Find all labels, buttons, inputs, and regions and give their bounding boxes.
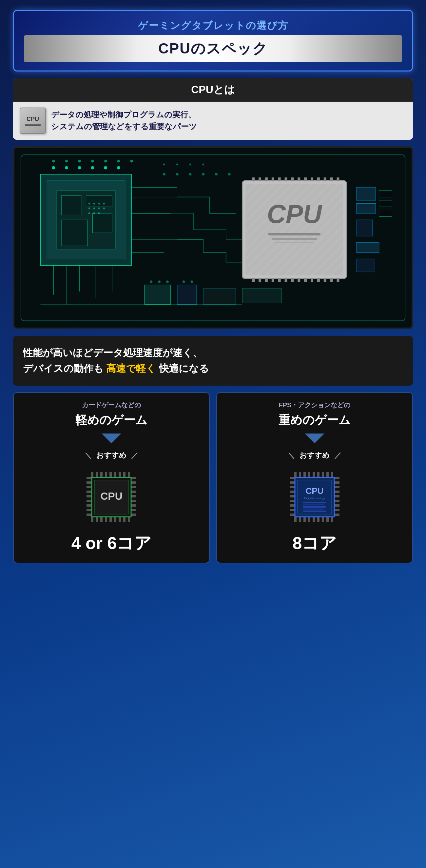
svg-point-93 [150, 280, 152, 283]
svg-rect-170 [290, 500, 295, 502]
svg-rect-168 [290, 491, 295, 493]
svg-rect-83 [356, 259, 374, 272]
svg-rect-113 [114, 472, 116, 477]
svg-rect-127 [87, 482, 92, 484]
svg-rect-139 [131, 495, 136, 497]
svg-rect-90 [242, 288, 281, 303]
svg-point-38 [78, 160, 81, 163]
svg-point-39 [91, 160, 94, 163]
svg-text:CPU: CPU [100, 490, 123, 502]
svg-rect-114 [119, 472, 121, 477]
svg-rect-80 [356, 204, 376, 214]
svg-rect-124 [123, 517, 126, 522]
svg-rect-81 [356, 220, 372, 236]
svg-rect-78 [337, 278, 339, 282]
recommend-badge-light: おすすめ [78, 448, 145, 462]
svg-rect-150 [308, 472, 310, 477]
svg-point-31 [65, 166, 68, 169]
svg-point-30 [52, 166, 55, 169]
svg-rect-160 [313, 517, 315, 522]
recommend-label-light: おすすめ [96, 451, 127, 459]
cpu-chip-small-icon: CPU [20, 107, 46, 134]
svg-rect-118 [96, 517, 98, 522]
svg-rect-137 [131, 486, 136, 488]
svg-rect-86 [379, 210, 392, 217]
svg-point-101 [202, 173, 204, 176]
svg-rect-75 [317, 278, 320, 282]
description-section: 性能が高いほどデータ処理速度が速く、デバイスの動作も 高速で軽く 快適になる [13, 336, 413, 385]
svg-rect-134 [87, 514, 92, 516]
card-heavy-title: 重めのゲーム [278, 412, 351, 428]
svg-point-10 [93, 203, 95, 205]
svg-rect-53 [265, 177, 268, 181]
svg-text:CPU: CPU [306, 486, 324, 496]
card-light-title: 軽めのゲーム [75, 412, 148, 428]
header-subtitle: ゲーミングタブレットの選び方 [24, 19, 402, 32]
svg-rect-61 [317, 177, 320, 181]
svg-rect-130 [87, 495, 92, 497]
svg-rect-138 [131, 491, 136, 493]
svg-point-16 [103, 208, 105, 210]
svg-point-36 [52, 160, 55, 163]
svg-rect-169 [290, 495, 295, 497]
svg-rect-55 [278, 177, 281, 181]
svg-rect-63 [330, 177, 333, 181]
svg-rect-60 [310, 177, 313, 181]
svg-rect-191 [303, 510, 326, 512]
down-arrow-light [102, 434, 121, 443]
svg-rect-163 [326, 517, 329, 522]
svg-rect-173 [290, 514, 295, 516]
svg-point-14 [93, 208, 95, 210]
cpu-what-section: CPUとは CPU データの処理や制御プログラムの実行、システムの管理などをする… [13, 78, 413, 140]
svg-point-104 [163, 163, 165, 165]
blue-cpu-svg: CPU Digital technology [285, 468, 344, 527]
svg-text:CPU: CPU [267, 199, 323, 228]
svg-rect-143 [131, 514, 136, 516]
svg-rect-84 [379, 190, 392, 197]
cpu-chip-icon-label: CPU [27, 116, 39, 123]
svg-rect-190 [303, 508, 323, 509]
svg-rect-69 [278, 278, 281, 282]
svg-point-9 [89, 203, 91, 205]
svg-rect-132 [87, 504, 92, 507]
svg-rect-151 [313, 472, 315, 477]
card-light-game: カードゲームなどの 軽めのゲーム おすすめ [13, 392, 210, 563]
header-title: CPUのスペック [30, 39, 396, 58]
svg-rect-73 [304, 278, 307, 282]
svg-rect-65 [252, 278, 255, 282]
svg-rect-54 [272, 177, 274, 181]
circuit-board-section: CPU [13, 146, 413, 329]
svg-rect-161 [317, 517, 320, 522]
svg-point-37 [65, 160, 68, 163]
svg-rect-6 [86, 195, 112, 207]
svg-rect-123 [119, 517, 121, 522]
description-text: 性能が高いほどデータ処理速度が速く、デバイスの動作も 高速で軽く 快適になる [23, 345, 403, 376]
svg-rect-182 [334, 514, 339, 516]
svg-rect-149 [303, 472, 306, 477]
svg-point-15 [98, 208, 100, 210]
svg-rect-133 [87, 509, 92, 511]
svg-rect-175 [334, 482, 339, 484]
card-light-subtitle: カードゲームなどの [82, 401, 141, 409]
svg-rect-57 [291, 177, 294, 181]
svg-rect-154 [326, 472, 329, 477]
green-cpu-svg: CPU [82, 468, 141, 527]
svg-point-34 [104, 166, 107, 169]
svg-point-42 [130, 160, 133, 163]
svg-point-32 [78, 166, 81, 169]
svg-rect-147 [294, 472, 297, 477]
svg-rect-126 [87, 477, 92, 479]
svg-point-105 [176, 163, 178, 165]
svg-rect-7 [62, 220, 88, 246]
svg-rect-111 [105, 472, 107, 477]
svg-rect-82 [356, 243, 379, 252]
svg-rect-120 [105, 517, 107, 522]
svg-point-95 [166, 280, 169, 283]
svg-rect-5 [62, 195, 81, 215]
svg-rect-164 [331, 517, 333, 522]
svg-rect-52 [259, 177, 261, 181]
svg-rect-85 [379, 200, 392, 207]
svg-rect-135 [131, 477, 136, 479]
svg-rect-165 [290, 477, 295, 479]
svg-rect-112 [109, 472, 112, 477]
